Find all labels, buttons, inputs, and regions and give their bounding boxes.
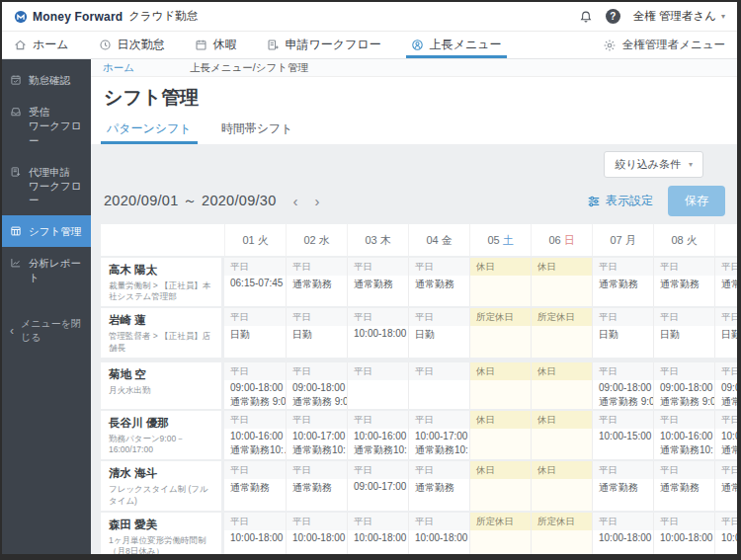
save-button[interactable]: 保存 [668, 186, 725, 216]
shift-cell[interactable]: 所定休日 [531, 308, 592, 357]
shift-value: 10:00-18:00 [287, 530, 347, 543]
shift-cell[interactable]: 平日通常勤務 [714, 258, 737, 306]
shift-cell[interactable]: 休日 [531, 461, 592, 510]
bell-icon[interactable] [579, 10, 593, 24]
shift-cell[interactable]: 平日06:15-07:45 [224, 258, 286, 306]
shift-cell[interactable]: 平日日勤 [714, 308, 737, 357]
page-title: シフト管理 [104, 85, 737, 111]
shift-cell[interactable]: 平日10:00-18:00 [592, 513, 653, 554]
nav-item-home[interactable]: ホーム [14, 32, 69, 58]
sidebar-item-attendance-check[interactable]: 勤怠確認 [2, 64, 91, 96]
shift-cell[interactable]: 所定休日 [469, 513, 531, 554]
shift-cell[interactable]: 平日通常勤務 [408, 461, 469, 510]
display-settings-button[interactable]: 表示設定 [587, 193, 653, 209]
day-type-label: 平日 [409, 461, 469, 479]
day-type-label: 平日 [715, 258, 737, 276]
tab-pattern-shift[interactable]: パターンシフト [104, 118, 195, 144]
shift-cell[interactable]: 休日 [469, 362, 531, 409]
shift-cell[interactable]: 平日10:00-18:00 [653, 513, 714, 554]
nav-item-supervisor-menu[interactable]: 上長メニュー [411, 32, 502, 58]
shift-value: 10:00-16:00 [348, 429, 408, 441]
shift-cell[interactable]: 平日 [347, 362, 408, 409]
shift-cell[interactable]: 休日 [469, 258, 531, 306]
shift-cell[interactable]: 平日09:00-18:00通常勤務 9:0… [286, 362, 347, 409]
shift-cell[interactable]: 平日10:00-18:00 [224, 513, 286, 554]
shift-value: 日勤 [224, 326, 286, 342]
product-name: クラウド勤怠 [128, 9, 198, 24]
tab-time-slot-shift[interactable]: 時間帯シフト [218, 118, 296, 144]
shift-cell[interactable]: 休日 [469, 461, 531, 510]
breadcrumb-home-link[interactable]: ホーム [103, 61, 134, 75]
day-type-label: 平日 [409, 411, 469, 429]
shift-cell[interactable]: 平日09:00-18:00通常勤務 9:0… [653, 362, 714, 409]
content-panel: 絞り込み条件 ▾ 2020/09/01 ～ 2020/09/30 ‹ › 表示設… [91, 144, 737, 554]
shift-cell[interactable]: 平日09:00-18:00通常勤務 9:0… [224, 362, 286, 409]
shift-cell[interactable]: 平日日勤 [286, 308, 347, 357]
shift-cell[interactable]: 平日09:00-18:00通常勤務 9:0… [592, 362, 653, 409]
shift-cell[interactable]: 所定休日 [469, 308, 531, 357]
shift-cell[interactable]: 平日10:00-18:00 [714, 513, 737, 554]
shift-value: 10:00-18:00 [593, 530, 653, 543]
user-menu[interactable]: 全権 管理者さん ▾ [633, 9, 725, 24]
shift-cell[interactable]: 平日09:00-18:00通常勤務 9:0… [714, 362, 737, 409]
sidebar-item-shift-management[interactable]: シフト管理 [2, 215, 91, 247]
shift-cell[interactable]: 平日10:00-17:00通常勤務10:… [408, 411, 469, 459]
shift-cell[interactable]: 平日通常勤務 [224, 461, 286, 510]
shift-cell[interactable]: 所定休日 [531, 513, 592, 554]
shift-cell[interactable]: 平日日勤 [224, 308, 286, 357]
sidebar-item-analysis-report[interactable]: 分析レポート [2, 247, 91, 292]
shift-value: 10:00-18:00 [224, 530, 286, 543]
shift-cell[interactable]: 平日10:00-18:00 [347, 308, 408, 357]
sidebar-item-inbox-workflow[interactable]: 受信ワークフロー [2, 96, 91, 156]
shift-cell[interactable]: 休日 [531, 258, 592, 306]
nav-item-vacation[interactable]: 休暇 [195, 32, 237, 58]
shift-cell[interactable]: 平日10:00-16:00通常勤務10:… [714, 411, 737, 459]
shift-value: 通常勤務10:… [287, 441, 347, 457]
shift-cell[interactable]: 平日通常勤務 [286, 461, 347, 510]
admin-menu-label: 全権管理者メニュー [622, 38, 725, 52]
shift-cell[interactable]: 平日日勤 [408, 308, 469, 357]
next-period-button[interactable]: › [315, 194, 320, 208]
shift-cell[interactable]: 平日10:00-18:00 [347, 513, 408, 554]
shift-cell[interactable]: 平日10:00-17:00通常勤務10:… [286, 411, 347, 459]
shift-cell[interactable]: 平日通常勤務 [286, 258, 347, 306]
shift-cell[interactable]: 平日通常勤務 [592, 258, 653, 306]
column-day: 06 [548, 234, 560, 246]
nav-item-label: 日次勤怠 [118, 37, 165, 53]
shift-value: 09:00-18:00 [715, 380, 737, 393]
shift-cell[interactable]: 平日10:00-18:00 [408, 513, 469, 554]
shift-cell[interactable]: 平日通常勤務 [592, 461, 653, 510]
shift-value: 通常勤務 9:0… [287, 393, 347, 409]
shift-cell[interactable]: 休日 [469, 411, 531, 459]
shift-cell[interactable]: 平日09:00-17:00 [347, 461, 408, 510]
shift-cell[interactable]: 平日通常勤務 [714, 461, 737, 510]
admin-menu-button[interactable]: 全権管理者メニュー [603, 32, 725, 58]
shift-cell[interactable]: 平日 [408, 362, 469, 409]
shift-cell[interactable]: 休日 [531, 362, 592, 409]
shift-cell[interactable]: 平日10:00-16:00通常勤務10:… [347, 411, 408, 459]
shift-cell[interactable]: 平日通常勤務 [653, 258, 714, 306]
shift-cell[interactable]: 休日 [531, 411, 592, 459]
shift-cell[interactable]: 平日通常勤務 [653, 461, 714, 510]
shift-cell[interactable]: 平日日勤 [653, 308, 714, 357]
column-day: 03 [365, 234, 376, 246]
sidebar-item-label: 分析レポート [29, 256, 87, 283]
shift-cell[interactable]: 平日10:00-18:00 [286, 513, 347, 554]
shift-cell[interactable]: 平日日勤 [592, 308, 653, 357]
prev-period-button[interactable]: ‹ [293, 194, 298, 208]
shift-value: 通常勤務 [287, 276, 347, 291]
shift-cell[interactable]: 平日通常勤務 [408, 258, 469, 306]
filter-conditions-button[interactable]: 絞り込み条件 ▾ [604, 151, 703, 178]
nav-item-request-workflow[interactable]: 申請ワークフロー [267, 32, 381, 58]
day-type-label: 平日 [224, 308, 286, 326]
nav-item-daily-attendance[interactable]: 日次勤怠 [99, 32, 165, 58]
day-type-label: 平日 [593, 461, 653, 479]
close-menu-button[interactable]: ‹ メニューを閉じる [2, 309, 91, 353]
shift-cell[interactable]: 平日10:00-16:00通常勤務10:… [653, 411, 714, 459]
shift-cell[interactable]: 平日通常勤務 [347, 258, 408, 306]
shift-cell[interactable]: 平日10:00-16:00通常勤務10:… [224, 411, 286, 459]
shift-cell[interactable]: 平日10:00-15:00 [592, 411, 653, 459]
sidebar-item-proxy-request-workflow[interactable]: 代理申請ワークフロー [2, 156, 91, 216]
logo[interactable]: Money Forward クラウド勤怠 [14, 9, 198, 24]
help-icon[interactable]: ? [606, 9, 620, 24]
